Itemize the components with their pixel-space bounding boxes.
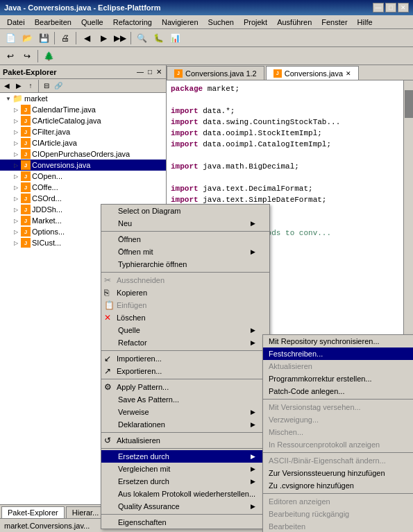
- editor-tab-1[interactable]: J Conversions.java 1.2: [167, 66, 264, 80]
- ctx-exportieren[interactable]: ↗ Exportieren...: [101, 365, 269, 377]
- tree-item-label: CFilter.java: [32, 128, 70, 136]
- tree-item-carticlecatalog[interactable]: ▷ J CArticleCatalog.java: [0, 115, 166, 126]
- back-button[interactable]: ◀: [79, 31, 94, 45]
- tab-close-button[interactable]: ✕: [346, 70, 351, 77]
- sub-mit-repository[interactable]: Mit Repository synchronisieren...: [263, 335, 413, 347]
- sub-versionstag[interactable]: Mit Versionstag versehen...: [263, 401, 413, 413]
- editor-tab-2[interactable]: J Conversions.java ✕: [266, 66, 359, 80]
- tree-item-cfilter[interactable]: ▷ J CFilter.java: [0, 126, 166, 137]
- tree-item-market[interactable]: ▼ 📁 market: [0, 93, 166, 104]
- sub-ascii-binaer[interactable]: ASCII-/Binär-Eigenschaft ändern...: [263, 454, 413, 467]
- sub-versionssteuerung[interactable]: Zur Versionssteuerung hinzufügen: [263, 467, 413, 479]
- tree-item-conversions[interactable]: ▷ J Conversions.java: [0, 160, 166, 171]
- redo-button[interactable]: ↪: [19, 49, 35, 63]
- sub-ressourcenprotokoll[interactable]: In Ressourcenprotokoll anzeigen: [263, 438, 413, 451]
- sub-verzweigung[interactable]: Verzweigung...: [263, 413, 413, 426]
- menu-hilfe[interactable]: Hilfe: [353, 17, 377, 27]
- hierarchy-button[interactable]: 🌲: [41, 49, 56, 63]
- minimize-button[interactable]: —: [373, 3, 384, 12]
- ctx-eigenschaften[interactable]: Eigenschaften: [101, 516, 269, 529]
- ctx-vergleichen-mit[interactable]: Vergleichen mit ▶: [101, 463, 269, 475]
- panel-toolbar: ◀ ▶ ↑ ⊟ 🔗: [0, 79, 166, 93]
- ctx-deklarationen[interactable]: Deklarationen ▶: [101, 418, 269, 431]
- run-button[interactable]: ▶▶: [112, 31, 128, 45]
- menu-quelle[interactable]: Quelle: [77, 17, 108, 27]
- panel-collapse[interactable]: ⊟: [41, 80, 52, 92]
- ctx-save-as-pattern[interactable]: Save As Pattern...: [101, 393, 269, 406]
- tree-item-calendartime[interactable]: ▷ J CalendarTime.java: [0, 104, 166, 115]
- ctx-aus-lokalem[interactable]: Aus lokalem Protokoll wiederherstellen..…: [101, 488, 269, 500]
- menu-suchen[interactable]: Suchen: [204, 17, 238, 27]
- tab-hierarchie[interactable]: Hierar...: [66, 506, 106, 518]
- ctx-einfuegen[interactable]: 📋 Einfügen: [101, 299, 269, 311]
- undo-button[interactable]: ↩: [3, 49, 18, 63]
- sub-bearbeiten[interactable]: Bearbeiten: [263, 520, 413, 532]
- ctx-typhierarchie[interactable]: Typhierarchie öffnen: [101, 258, 269, 271]
- java-icon: J: [21, 182, 31, 192]
- maximize-button[interactable]: □: [385, 3, 396, 12]
- save-button[interactable]: 💾: [36, 31, 51, 45]
- sub-editoren[interactable]: Editoren anzeigen: [263, 495, 413, 508]
- sub-programmkorrektur[interactable]: Programmkorrektur erstellen...: [263, 372, 413, 385]
- panel-close[interactable]: ✕: [155, 68, 163, 76]
- search-button[interactable]: 🔍: [134, 31, 149, 45]
- ctx-aktualisieren[interactable]: ↺ Aktualisieren: [101, 434, 269, 447]
- sub-mischen[interactable]: Mischen...: [263, 426, 413, 438]
- panel-minimize[interactable]: —: [135, 68, 145, 76]
- ctx-team[interactable]: Ersetzen durch ▶: [101, 450, 269, 463]
- tree-item-ciarticle[interactable]: ▷ J CIArticle.java: [0, 137, 166, 148]
- ctx-oeffnen-mit[interactable]: Öffnen mit ▶: [101, 246, 269, 258]
- ctx-neu[interactable]: Neu ▶: [101, 217, 269, 230]
- ctx-loeschen[interactable]: ✕ Löschen: [101, 311, 269, 324]
- menu-ausfuehren[interactable]: Ausführen: [273, 17, 316, 27]
- ctx-kopieren[interactable]: ⎘ Kopieren: [101, 286, 269, 299]
- menu-bearbeiten[interactable]: Bearbeiten: [31, 17, 76, 27]
- forward-button[interactable]: ▶: [96, 31, 111, 45]
- expand-icon: ▷: [14, 107, 19, 113]
- toolbar-sep-3: [130, 32, 131, 44]
- menu-datei[interactable]: Datei: [3, 17, 29, 27]
- sub-bearbeitung-rueckgaengig[interactable]: Bearbeitung rückgängig: [263, 508, 413, 520]
- ctx-apply-pattern[interactable]: ⚙ Apply Pattern...: [101, 381, 269, 393]
- ctx-refactor[interactable]: Refactor ▶: [101, 336, 269, 349]
- close-button[interactable]: ✕: [398, 3, 409, 12]
- context-menu: Select on Diagram Neu ▶ Öffnen Öffnen mi…: [101, 204, 270, 529]
- sub-aktualisieren[interactable]: Aktualisieren: [263, 360, 413, 372]
- open-button[interactable]: 📂: [19, 31, 35, 45]
- ctx-select-on-diagram[interactable]: Select on Diagram: [101, 205, 269, 217]
- new-button[interactable]: 📄: [3, 31, 18, 45]
- tree-item-label: Conversions.java: [32, 161, 90, 169]
- panel-maximize[interactable]: □: [146, 68, 153, 76]
- menu-projekt[interactable]: Projekt: [239, 17, 271, 27]
- ctx-oeffnen[interactable]: Öffnen: [101, 233, 269, 246]
- panel-up[interactable]: ↑: [25, 80, 36, 92]
- tab-paket-explorer[interactable]: Paket-Explorer: [1, 506, 65, 518]
- ctx-quality-assurance[interactable]: Quality Assurance ▶: [101, 500, 269, 513]
- ctx-importieren[interactable]: ↙ Importieren...: [101, 352, 269, 365]
- code-line: import data.ooimpl.CatalogItemImpl;: [171, 139, 399, 150]
- ctx-quelle[interactable]: Quelle ▶: [101, 324, 269, 336]
- menu-navigieren[interactable]: Navigieren: [158, 17, 203, 27]
- tree-item-copen[interactable]: ▷ J COpen...: [0, 171, 166, 182]
- panel-back[interactable]: ◀: [1, 80, 12, 92]
- sub-patch-code[interactable]: Patch-Code anlegen...: [263, 385, 413, 397]
- submenu-arrow-icon: ▶: [251, 453, 255, 460]
- profile-button[interactable]: 📊: [167, 31, 183, 45]
- print-button[interactable]: 🖨: [58, 31, 73, 45]
- debug-button[interactable]: 🐛: [151, 31, 166, 45]
- tree-item-ciopenpurchaseorders[interactable]: ▷ J CIOpenPurchaseOrders.java: [0, 148, 166, 160]
- sub-festschreiben[interactable]: Festschreiben...: [263, 347, 413, 360]
- scrollbar-thumb[interactable]: [405, 90, 413, 118]
- tree-item-csord[interactable]: ▷ J CSOrd...: [0, 193, 166, 204]
- sub-cvsignore[interactable]: Zu .cvsignore hinzufügen: [263, 479, 413, 492]
- ctx-sep-1: [101, 231, 269, 232]
- ctx-verweise[interactable]: Verweise ▶: [101, 406, 269, 418]
- menu-refactoring[interactable]: Refactoring: [109, 17, 156, 27]
- ctx-ausschneiden[interactable]: ✂ Ausschneiden: [101, 274, 269, 286]
- panel-link[interactable]: 🔗: [53, 80, 64, 92]
- tree-item-coffe[interactable]: ▷ J COffe...: [0, 182, 166, 193]
- panel-forward[interactable]: ▶: [13, 80, 24, 92]
- status-text: market.Conversions.jav...: [4, 522, 90, 530]
- menu-fenster[interactable]: Fenster: [317, 17, 351, 27]
- ctx-ersetzen-durch[interactable]: Ersetzen durch ▶: [101, 475, 269, 488]
